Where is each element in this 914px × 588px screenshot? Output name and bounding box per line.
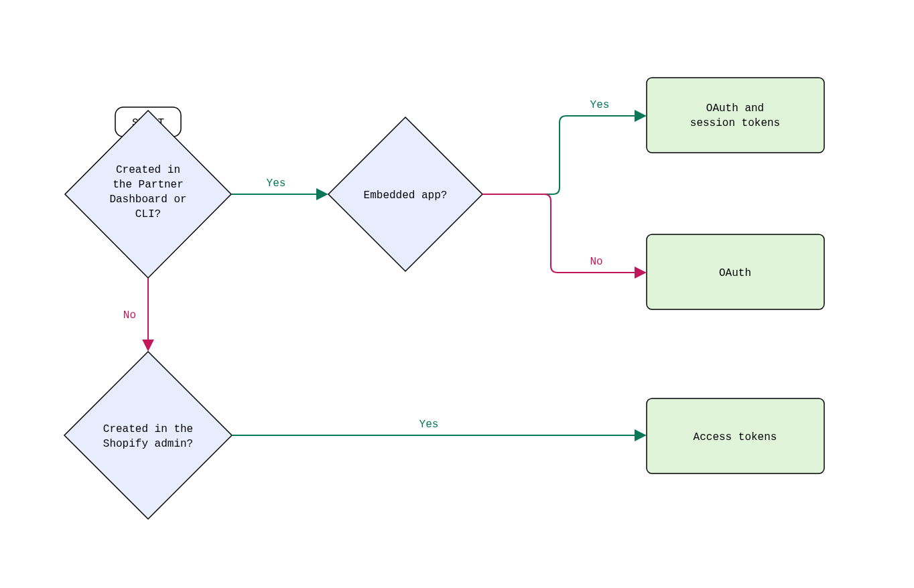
decision-shopify-admin: Created in the Shopify admin? (64, 352, 232, 519)
flowchart: START Created in the Partner Dashboard o… (0, 0, 914, 588)
decision1-line3: Dashboard or (109, 194, 186, 206)
edge-d1-no-label: No (123, 309, 136, 321)
outcome2-label: OAuth (719, 267, 751, 279)
outcome-oauth-session-tokens: OAuth and session tokens (647, 78, 824, 153)
decision3-line1: Created in the (103, 423, 193, 435)
outcome1-line1: OAuth and (706, 102, 764, 115)
svg-marker-3 (64, 352, 232, 519)
edge-d1-no: No (123, 278, 148, 350)
decision3-line2: Shopify admin? (103, 438, 193, 450)
edge-d1-yes-label: Yes (267, 177, 286, 190)
outcome1-line2: session tokens (690, 117, 780, 129)
decision-partner-dashboard-or-cli: Created in the Partner Dashboard or CLI? (65, 111, 231, 278)
edge-d2-yes: Yes (482, 99, 645, 194)
edge-d2-no: No (482, 194, 645, 273)
outcome3-label: Access tokens (694, 431, 777, 443)
decision2-label: Embedded app? (364, 190, 448, 202)
edge-d1-yes: Yes (231, 177, 327, 194)
svg-rect-4 (647, 78, 824, 153)
edge-d3-yes-label: Yes (419, 419, 439, 431)
decision1-line4: CLI? (135, 208, 161, 220)
outcome-access-tokens: Access tokens (647, 398, 824, 473)
outcome-oauth: OAuth (647, 234, 824, 309)
edge-d2-no-label: No (590, 256, 602, 268)
decision-embedded-app: Embedded app? (328, 117, 482, 271)
edge-d2-yes-label: Yes (590, 99, 610, 111)
decision1-line1: Created in (116, 164, 180, 176)
decision1-line2: the Partner (113, 179, 184, 191)
edge-d3-yes: Yes (232, 419, 645, 435)
